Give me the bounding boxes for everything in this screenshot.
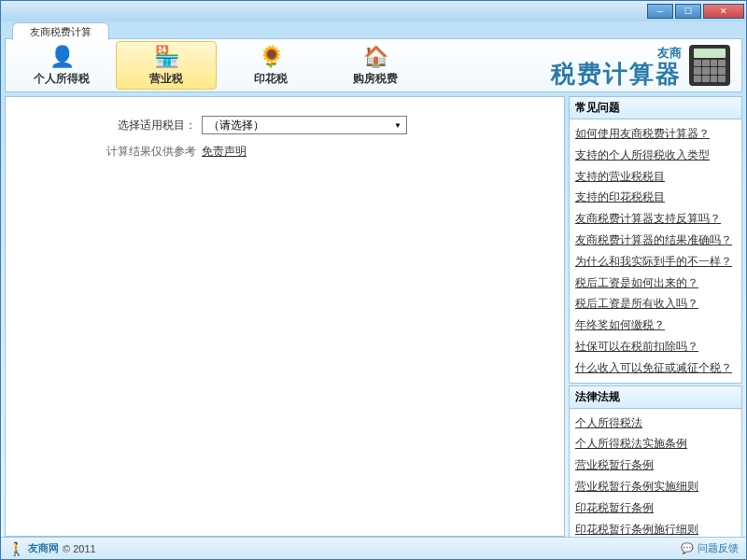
law-link[interactable]: 个人所得税法 xyxy=(575,413,736,434)
faq-link[interactable]: 为什么和我实际到手的不一样？ xyxy=(575,251,736,273)
faq-link[interactable]: 友商税费计算器的结果准确吗？ xyxy=(575,230,736,251)
open-sign-icon: 🏪 xyxy=(151,44,181,70)
law-link[interactable]: 营业税暂行条例实施细则 xyxy=(575,476,736,497)
chevron-down-icon: ▼ xyxy=(391,119,404,132)
faq-link[interactable]: 支持的营业税税目 xyxy=(575,166,736,188)
content-area: 选择适用税目： （请选择） ▼ 计算结果仅供参考 免责声明 常见问题 如何使用友… xyxy=(5,96,742,537)
faq-section: 常见问题 如何使用友商税费计算器？支持的个人所得税收入类型支持的营业税税目支持的… xyxy=(569,96,742,384)
brand-title: 税费计算器 xyxy=(551,62,682,86)
toolbar: 👤 个人所得税 🏪 营业税 🌻 印花税 🏠 购房税费 友商 税费计算器 xyxy=(5,38,742,92)
maximize-button[interactable]: ☐ xyxy=(675,4,701,19)
chat-icon: 💬 xyxy=(681,542,694,554)
copyright: © 2011 xyxy=(63,543,96,554)
faq-link[interactable]: 支持的印花税税目 xyxy=(575,187,736,208)
tab-stamp-tax[interactable]: 🌻 印花税 xyxy=(220,41,321,90)
statusbar: 🚶 友商网 © 2011 💬 问题反馈 xyxy=(1,537,746,559)
house-icon: 🏠 xyxy=(360,44,390,70)
disclaimer-link[interactable]: 免责声明 xyxy=(202,144,247,160)
document-tab[interactable]: 友商税费计算 xyxy=(12,22,109,40)
note-label: 计算结果仅供参考 xyxy=(34,144,202,160)
site-name: 友商网 xyxy=(28,541,59,555)
main-panel: 选择适用税目： （请选择） ▼ 计算结果仅供参考 免责声明 xyxy=(5,96,565,537)
feedback-label: 问题反馈 xyxy=(698,541,739,555)
faq-link[interactable]: 税后工资是所有收入吗？ xyxy=(575,293,736,315)
faq-link[interactable]: 年终奖如何缴税？ xyxy=(575,315,736,336)
law-header: 法律法规 xyxy=(570,386,741,409)
person-icon: 👤 xyxy=(47,44,77,70)
tax-category-dropdown[interactable]: （请选择） ▼ xyxy=(202,116,407,134)
side-panel: 常见问题 如何使用友商税费计算器？支持的个人所得税收入类型支持的营业税税目支持的… xyxy=(569,96,742,537)
close-button[interactable]: ✕ xyxy=(703,4,744,19)
faq-header: 常见问题 xyxy=(570,97,741,119)
faq-link[interactable]: 社保可以在税前扣除吗？ xyxy=(575,336,736,357)
tab-house-tax[interactable]: 🏠 购房税费 xyxy=(325,41,426,90)
titlebar: ─ ☐ ✕ xyxy=(1,1,746,21)
tab-label: 印花税 xyxy=(254,71,288,87)
document-tab-bar: 友商税费计算 xyxy=(1,21,746,38)
feedback-link[interactable]: 💬 问题反馈 xyxy=(681,541,739,555)
law-link[interactable]: 营业税暂行条例 xyxy=(575,455,736,476)
calculator-icon xyxy=(689,45,730,86)
tab-label: 营业税 xyxy=(149,71,183,87)
tab-label: 购房税费 xyxy=(353,71,398,87)
tab-income-tax[interactable]: 👤 个人所得税 xyxy=(11,41,112,90)
law-section: 法律法规 个人所得税法个人所得税法实施条例营业税暂行条例营业税暂行条例实施细则印… xyxy=(569,385,742,537)
law-link[interactable]: 个人所得税法实施条例 xyxy=(575,433,736,455)
app-window: ─ ☐ ✕ 友商税费计算 👤 个人所得税 🏪 营业税 🌻 印花税 🏠 购房税费 … xyxy=(0,0,747,560)
law-link[interactable]: 印花税暂行条例 xyxy=(575,497,736,519)
faq-link[interactable]: 支持的个人所得税收入类型 xyxy=(575,145,736,166)
tab-label: 个人所得税 xyxy=(34,71,90,87)
tab-business-tax[interactable]: 🏪 营业税 xyxy=(116,41,217,90)
minimize-button[interactable]: ─ xyxy=(647,4,673,19)
logo-icon: 🚶 xyxy=(8,541,24,556)
law-link[interactable]: 印花税暂行条例施行细则 xyxy=(575,519,736,537)
faq-link[interactable]: 友商税费计算器支持反算吗？ xyxy=(575,208,736,230)
select-label: 选择适用税目： xyxy=(34,118,202,133)
flower-icon: 🌻 xyxy=(256,44,286,70)
faq-link[interactable]: 如何使用友商税费计算器？ xyxy=(575,123,736,145)
dropdown-value: （请选择） xyxy=(208,118,264,133)
faq-link[interactable]: 税后工资是如何出来的？ xyxy=(575,273,736,294)
faq-link[interactable]: 什么收入可以免征或减征个税？ xyxy=(575,357,736,379)
status-logo[interactable]: 🚶 友商网 © 2011 xyxy=(8,541,96,556)
brand-area: 友商 税费计算器 xyxy=(551,45,738,86)
